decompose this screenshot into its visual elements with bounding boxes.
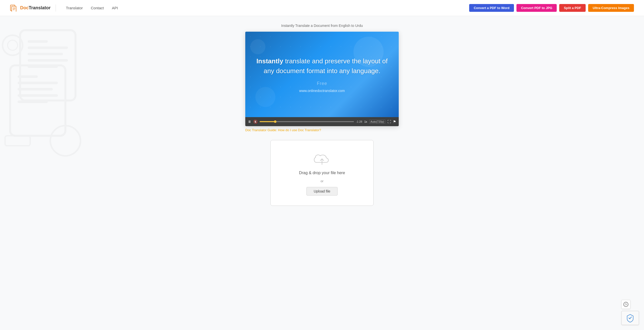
brand-logo[interactable]: DocTranslator	[10, 5, 56, 12]
brand-name: DocTranslator	[20, 5, 51, 11]
btn-split-pdf[interactable]: Split a PDF	[559, 4, 586, 12]
video-text-block: Instantly translate and preserve the lay…	[245, 56, 399, 76]
video-decoration-3	[250, 39, 265, 54]
video-container: Instantly translate and preserve the lay…	[245, 32, 399, 126]
recaptcha-icon	[626, 313, 635, 322]
video-guide-link[interactable]: Doc Translator Guide: How do I use Doc T…	[245, 128, 321, 132]
nav-contact[interactable]: Contact	[91, 6, 104, 10]
video-frame[interactable]: Instantly translate and preserve the lay…	[245, 32, 399, 117]
btn-pdf-to-word[interactable]: Convert a PDF to Word	[469, 4, 514, 12]
flag-button[interactable]: ⚑	[393, 120, 396, 124]
video-headline: Instantly translate and preserve the lay…	[255, 56, 389, 76]
page-subtitle: Instantly Translate a Document from Engl…	[281, 24, 363, 28]
video-decoration-2	[255, 87, 275, 107]
nav-buttons: Convert a PDF to Word Convert PDF to JPG…	[469, 4, 634, 12]
pause-button[interactable]: ⏸	[248, 120, 251, 124]
brand-icon	[10, 5, 18, 12]
cookie-consent-icon[interactable]	[621, 300, 630, 309]
video-speed[interactable]: 1x	[364, 120, 367, 123]
video-badge: Free	[317, 81, 327, 86]
video-controls: ⏸ 🔇 -1:28 1x Auto(720p) ⛶ ⚑	[245, 117, 399, 126]
svg-point-23	[625, 303, 626, 304]
video-url: www.onlinedoctranslator.com	[299, 89, 345, 93]
btn-ultra-compress[interactable]: Ultra-Compress Images	[588, 4, 634, 12]
svg-point-25	[626, 304, 627, 305]
upload-icon-wrapper: Drag & drop your file here or Upload fil…	[299, 153, 345, 196]
mute-button[interactable]: 🔇	[253, 120, 258, 124]
video-quality[interactable]: Auto(720p)	[369, 120, 385, 124]
or-label: or	[320, 179, 324, 183]
nav-translator[interactable]: Translator	[66, 6, 83, 10]
svg-point-24	[626, 303, 627, 304]
navbar: DocTranslator Translator Contact API Con…	[0, 0, 644, 16]
recaptcha-badge-area	[621, 300, 639, 325]
upload-cloud-icon	[313, 153, 331, 167]
btn-pdf-to-jpg[interactable]: Convert PDF to JPG	[516, 4, 557, 12]
fullscreen-button[interactable]: ⛶	[387, 120, 391, 124]
upload-file-button[interactable]: Upload file	[306, 187, 338, 196]
nav-api[interactable]: API	[112, 6, 118, 10]
drag-drop-text: Drag & drop your file here	[299, 171, 345, 175]
svg-point-26	[625, 305, 625, 305]
recaptcha-widget[interactable]	[621, 311, 639, 325]
video-progress-bar[interactable]	[260, 121, 354, 122]
video-time: -1:28	[356, 120, 362, 123]
cookie-icon-svg	[623, 302, 629, 307]
progress-dot	[274, 120, 276, 123]
upload-area: Drag & drop your file here or Upload fil…	[270, 140, 374, 206]
svg-point-27	[626, 304, 626, 305]
nav-links: Translator Contact API	[66, 6, 469, 10]
main-content: Instantly Translate a Document from Engl…	[0, 16, 644, 221]
